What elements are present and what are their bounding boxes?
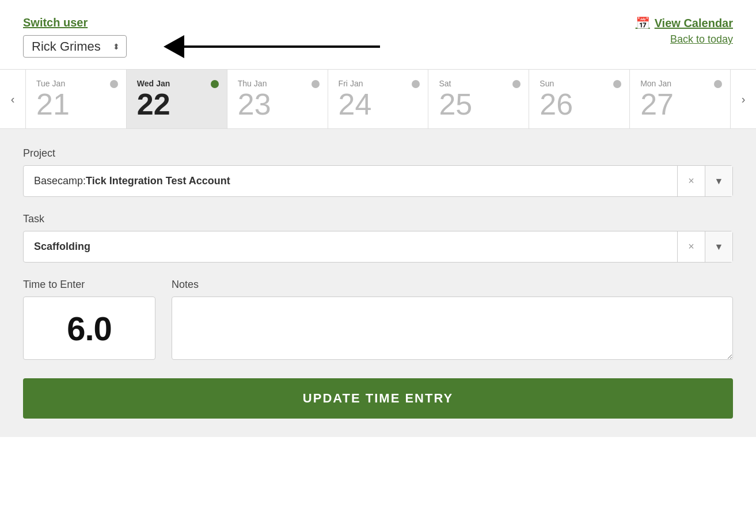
- month-abbr: Jan: [350, 79, 363, 88]
- month-abbr: Jan: [254, 79, 267, 88]
- time-field: Time to Enter 6.0: [23, 279, 155, 360]
- day-number: 27: [640, 89, 674, 119]
- day-name: Fri: [339, 79, 348, 88]
- day-indicator-dot: [613, 80, 621, 88]
- day-name: Thu: [238, 79, 252, 88]
- day-name: Mon: [640, 79, 656, 88]
- task-name: Scaffolding: [34, 241, 90, 253]
- day-number: 26: [540, 89, 573, 119]
- view-calendar-link[interactable]: 📅 View Calendar: [636, 16, 733, 30]
- arrow-graphic: [184, 45, 380, 48]
- day-number: 23: [238, 89, 271, 119]
- task-clear-button[interactable]: ×: [677, 231, 705, 262]
- header-left: Switch user Rick Grimes ⬍: [23, 16, 380, 58]
- month-abbr: Jan: [156, 79, 170, 88]
- day-number: 21: [36, 89, 70, 119]
- switch-user-link[interactable]: Switch user: [23, 16, 380, 29]
- header: Switch user Rick Grimes ⬍ 📅 View Calenda…: [0, 0, 756, 69]
- header-right: 📅 View Calendar Back to today: [636, 16, 733, 45]
- back-to-today-link[interactable]: Back to today: [670, 33, 733, 45]
- task-value: Scaffolding: [24, 231, 677, 262]
- calendar-day-24[interactable]: FriJan24: [328, 70, 428, 128]
- project-value: Basecamp: Tick Integration Test Account: [24, 166, 677, 196]
- project-name: Tick Integration Test Account: [86, 175, 230, 187]
- time-input-box[interactable]: 6.0: [23, 297, 155, 360]
- user-select[interactable]: Rick Grimes: [23, 35, 127, 58]
- calendar-next-button[interactable]: ›: [731, 70, 756, 128]
- task-dropdown-button[interactable]: ▼: [705, 231, 732, 262]
- task-label: Task: [23, 213, 733, 225]
- time-label: Time to Enter: [23, 279, 155, 291]
- day-indicator-dot: [211, 80, 219, 88]
- day-indicator-dot: [412, 80, 420, 88]
- notes-label: Notes: [172, 279, 733, 291]
- month-abbr: Jan: [52, 79, 66, 88]
- project-label: Project: [23, 147, 733, 159]
- notes-field: Notes: [172, 279, 733, 360]
- calendar-day-22[interactable]: WedJan22: [126, 70, 227, 128]
- time-value: 6.0: [67, 309, 112, 348]
- calendar-day-26[interactable]: Sun26: [529, 70, 629, 128]
- form-area: Project Basecamp: Tick Integration Test …: [0, 129, 756, 437]
- bottom-fields: Time to Enter 6.0 Notes: [23, 279, 733, 360]
- day-indicator-dot: [512, 80, 521, 88]
- calendar-day-21[interactable]: TueJan21: [25, 70, 126, 128]
- user-select-wrapper: Rick Grimes ⬍: [23, 35, 380, 58]
- calendar-strip: ‹ TueJan21WedJan22ThuJan23FriJan24Sat25S…: [0, 69, 756, 129]
- calendar-day-27[interactable]: MonJan27: [629, 70, 731, 128]
- notes-textarea[interactable]: [172, 297, 733, 360]
- calendar-day-25[interactable]: Sat25: [428, 70, 529, 128]
- day-number: 25: [439, 89, 472, 119]
- calendar-icon: 📅: [636, 16, 650, 30]
- project-prefix: Basecamp:: [34, 175, 86, 187]
- calendar-prev-button[interactable]: ‹: [0, 70, 25, 128]
- month-abbr: Jan: [658, 79, 671, 88]
- day-indicator-dot: [714, 80, 722, 88]
- arrow-head-icon: [164, 35, 184, 58]
- day-name: Tue: [36, 79, 50, 88]
- day-name: Sat: [439, 79, 451, 88]
- calendar-days: TueJan21WedJan22ThuJan23FriJan24Sat25Sun…: [25, 70, 731, 128]
- day-indicator-dot: [110, 80, 118, 88]
- project-select-field: Basecamp: Tick Integration Test Account …: [23, 165, 733, 197]
- project-clear-button[interactable]: ×: [677, 166, 705, 196]
- update-time-entry-button[interactable]: UPDATE TIME ENTRY: [23, 378, 733, 419]
- day-name: Wed: [137, 79, 154, 88]
- calendar-day-23[interactable]: ThuJan23: [227, 70, 328, 128]
- day-name: Sun: [540, 79, 554, 88]
- day-number: 24: [339, 89, 372, 119]
- project-dropdown-button[interactable]: ▼: [705, 166, 732, 196]
- arrow-shaft: [184, 45, 380, 48]
- day-indicator-dot: [311, 80, 320, 88]
- task-select-field: Scaffolding × ▼: [23, 231, 733, 263]
- day-number: 22: [137, 89, 170, 119]
